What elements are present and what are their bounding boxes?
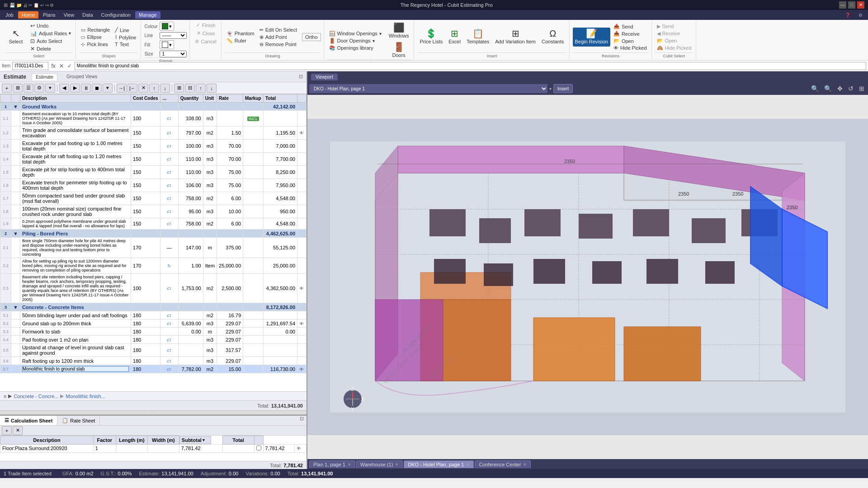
toolbar-stop-btn[interactable]: ⏹ — [92, 84, 102, 93]
toolbar-filter-btn[interactable]: ⚙ — [34, 84, 44, 93]
toolbar-delete-row-btn[interactable]: ✕ — [138, 84, 148, 93]
text-button[interactable]: T Text — [113, 41, 138, 47]
page-tab-3[interactable]: DKO - Hotel Plan, page 1 ✕ — [404, 460, 474, 468]
settings-icon[interactable]: ⚙ — [855, 13, 866, 18]
viewport-tab[interactable]: Viewport — [311, 74, 338, 80]
templates-button[interactable]: 📋 Templates — [464, 28, 491, 46]
pick-lines-button[interactable]: ⊹ Pick lines — [79, 41, 112, 48]
cancel-button[interactable]: ⊘ Cancel — [193, 38, 218, 45]
open-button[interactable]: 📂 Open — [612, 38, 649, 44]
excel-button[interactable]: ⊞ Excel — [446, 28, 463, 46]
door-openings-button[interactable]: 🚪 Door Openings ▾ — [327, 38, 383, 44]
minimize-btn[interactable]: — — [839, 1, 846, 9]
row-desc[interactable]: 0.2mm approved polythene membrane under … — [20, 218, 131, 230]
page-tab-2[interactable]: Warehouse (1) ✕ — [356, 460, 403, 468]
page-tab-4[interactable]: Conference Center ✕ — [475, 460, 531, 468]
row-desc[interactable] — [20, 365, 131, 373]
auto-select-button[interactable]: ⊡ Auto Select — [28, 38, 73, 45]
row-desc[interactable]: 50mm blinding layer under pad and raft f… — [20, 311, 131, 319]
toolbar-move-down-btn[interactable]: ↓ — [160, 84, 170, 93]
cubit-receive-button[interactable]: ◀ Receive — [655, 30, 693, 37]
breadcrumb-expand-icon[interactable]: ▶ — [8, 393, 12, 399]
zoom-in-icon[interactable]: 🔍 — [809, 85, 821, 92]
toolbar-outdent-btn[interactable]: |← — [127, 84, 137, 93]
toolbar-add-btn[interactable]: + — [2, 84, 12, 93]
item-description-input[interactable] — [75, 62, 866, 70]
toolbar-more-btn[interactable]: ▾ — [103, 84, 113, 93]
pan-icon[interactable]: ✥ — [835, 85, 844, 92]
item-id-input[interactable] — [12, 62, 48, 70]
toolbar-export-btn[interactable]: ↑ — [196, 84, 206, 93]
line-style-select[interactable]: ——- - - — [160, 32, 187, 39]
insert-button[interactable]: Insert — [553, 84, 573, 93]
row-desc[interactable]: Excavate pit for strip footing up to 400… — [20, 166, 131, 179]
calc-delete-btn[interactable]: ✕ — [13, 426, 23, 435]
fill-picker[interactable]: ▾ — [160, 40, 174, 49]
cubit-send-button[interactable]: ▶ Send — [655, 23, 693, 30]
panel-expand-icon[interactable]: ⊡ — [299, 74, 303, 80]
row-desc[interactable]: Trim grade and consolidate surface of ba… — [20, 127, 131, 140]
row-desc[interactable]: Ground slab up to 200mm thick — [20, 319, 131, 328]
undo-button[interactable]: ↩ Undo — [28, 22, 73, 29]
add-point-button[interactable]: ⊕ Add Point — [258, 34, 299, 41]
line-button[interactable]: ╱ Line — [113, 27, 138, 33]
close-button[interactable]: ✕ Close — [195, 30, 217, 37]
select-button[interactable]: ↖ Select — [5, 28, 27, 46]
finish-button[interactable]: ✓ Finish — [194, 22, 217, 28]
receive-button[interactable]: 📥 Receive — [612, 30, 649, 37]
size-select[interactable]: 123 — [160, 51, 187, 57]
formula-cancel-icon[interactable]: ✕ — [58, 63, 65, 69]
plan-select-arrow[interactable]: ▾ — [549, 86, 552, 91]
ortho-button[interactable]: Ortho — [302, 33, 321, 41]
breadcrumb-item-1[interactable]: Concrete - Concre... — [14, 394, 58, 399]
fit-icon[interactable]: ⊞ — [857, 85, 866, 92]
toolbar-settings-btn[interactable]: ▾ — [45, 84, 55, 93]
menu-data[interactable]: Data — [79, 11, 96, 19]
row-desc[interactable]: Bore single 750mm diameter hole for pile… — [20, 238, 131, 258]
row-desc[interactable]: Formwork to slab — [20, 328, 131, 336]
adjust-rates-button[interactable]: 📊 Adjust Rates ▾ — [28, 30, 73, 37]
ellipse-button[interactable]: ⬭ Ellipse — [79, 34, 112, 41]
cubit-hide-button[interactable]: 🙈 Hide Picked — [655, 45, 693, 52]
row-desc[interactable]: Allow for setting up piling rig to suit … — [20, 258, 131, 274]
calc-add-btn[interactable]: + — [2, 426, 12, 435]
toolbar-expand-all-btn[interactable]: ⊞ — [174, 84, 184, 93]
breadcrumb-nav-icon[interactable]: ≡ — [4, 394, 6, 399]
price-lists-button[interactable]: 💲 Price Lists — [417, 28, 445, 46]
menu-configuration[interactable]: Configuration — [98, 11, 134, 19]
tab-grouped-views[interactable]: Grouped Views — [63, 73, 101, 80]
menu-job[interactable]: Job — [2, 11, 17, 19]
page-tab-3-close[interactable]: ✕ — [466, 462, 470, 467]
toolbar-prev-btn[interactable]: ◀ — [59, 84, 69, 93]
hide-picked-button[interactable]: 👁 Hide Picked — [612, 45, 649, 51]
help-icon[interactable]: ❓ — [841, 13, 854, 18]
page-tab-1-close[interactable]: ✕ — [348, 462, 351, 467]
row-desc[interactable]: 100mm (20mm nominal size) compacted fine… — [20, 205, 131, 218]
page-tab-2-close[interactable]: ✕ — [395, 462, 399, 467]
delete-button[interactable]: ✕ Delete — [28, 45, 73, 52]
add-variation-item-button[interactable]: ⊞ Add Variation Item — [493, 28, 538, 46]
close-btn[interactable]: ✕ — [857, 1, 864, 9]
tab-estimate[interactable]: Estimate — [32, 73, 57, 80]
menu-plans[interactable]: Plans — [39, 11, 59, 19]
cubit-open-button[interactable]: 📂 Open — [655, 38, 693, 44]
row-desc[interactable]: Basement excavation up to 10 metres tota… — [20, 111, 131, 127]
page-tab-1[interactable]: Plan 1, page 1 ✕ — [309, 460, 355, 468]
window-openings-button[interactable]: 🪟 Window Openings ▾ — [327, 30, 383, 37]
row-desc[interactable]: Upstand at change of level in ground sla… — [20, 344, 131, 357]
row-desc[interactable]: Pad footing over 1 m2 on plan — [20, 336, 131, 344]
row-desc[interactable]: Raft footing up to 1200 mm thick — [20, 357, 131, 365]
toolbar-list-btn[interactable]: ☰ — [24, 84, 33, 93]
constants-button[interactable]: Ω Constants — [539, 28, 566, 46]
row-desc[interactable]: Excavate pit for pad footing up to 1.00 … — [20, 140, 131, 153]
rotate-icon[interactable]: ↺ — [846, 85, 855, 92]
phantom-button[interactable]: 👻 Phantom — [225, 30, 256, 37]
rectangle-button[interactable]: ▭ Rectangle — [79, 27, 112, 33]
table-row-selected[interactable]: 3.7 180 🏷 7,782.00 m2 15.00 116,730.00 👁 — [0, 365, 307, 373]
menu-home[interactable]: Home — [18, 11, 38, 19]
menu-view[interactable]: View — [60, 11, 78, 19]
tab-rate-sheet[interactable]: 📋 Rate Sheet — [57, 416, 100, 425]
calc-expand-icon[interactable]: ⊡ — [297, 416, 307, 425]
edit-on-select-button[interactable]: ✏ Edit On Select — [258, 27, 299, 33]
resize-handle[interactable]: · · · — [0, 410, 307, 415]
